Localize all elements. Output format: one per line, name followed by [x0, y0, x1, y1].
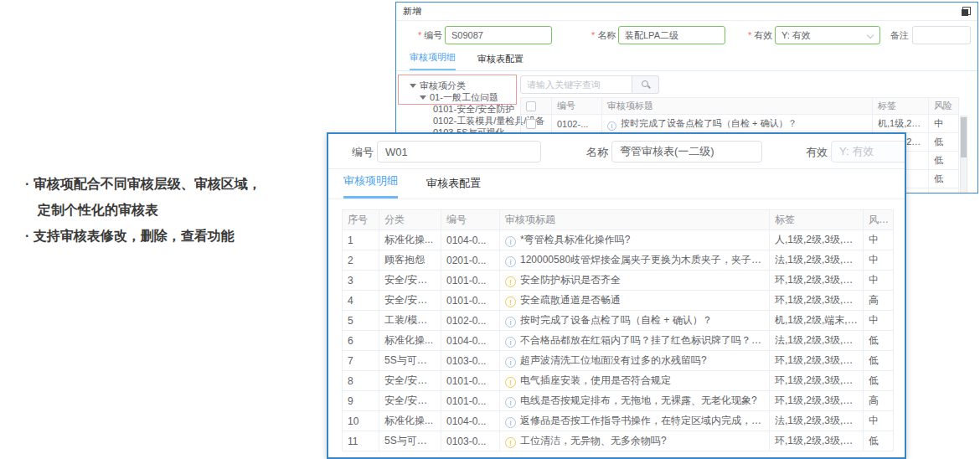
valid-label: *有效 — [748, 29, 772, 42]
cell-risk: 低 — [864, 331, 894, 351]
cell-code: 0101-0... — [441, 271, 500, 291]
cell-title: i不合格品都放在红箱内了吗？挂了红色标识牌了吗？红色标识... — [500, 331, 770, 351]
info-icon: i — [505, 236, 516, 247]
name-label: 名称 — [586, 145, 608, 160]
audit-item-title: 120000580歧管焊接金属夹子更换为木质夹子，夹子夹取时，... — [520, 254, 770, 266]
cell-risk: 高 — [864, 391, 894, 411]
tree-root[interactable]: 审核项分类 — [405, 80, 518, 91]
cell-label: 环,1级,2级,3级,4级,端末,弯... — [770, 271, 864, 291]
cell-title: !电气插座安装，使用是否符合规定 — [500, 371, 770, 391]
table-row[interactable]: 9安全/安全...0101-0...i电线是否按规定排布，无拖地，无裸露、无老化… — [343, 391, 894, 411]
chevron-down-icon — [867, 32, 874, 39]
table-row[interactable]: 5工装/模具...0102-0...i按时完成了设备点检了吗（自检 + 确认）？… — [343, 311, 894, 331]
tree-item[interactable]: 0102-工装模具/量检具/设备 — [405, 115, 518, 126]
warning-icon: ! — [505, 276, 516, 287]
info-icon: i — [505, 317, 516, 327]
tab-audit-table-config[interactable]: 审核表配置 — [426, 176, 481, 199]
info-icon: i — [607, 121, 616, 131]
cell-risk: 低 — [864, 431, 894, 451]
audit-item-title: 不合格品都放在红箱内了吗？挂了红色标识牌了吗？红色标识... — [520, 334, 770, 346]
cell-code: 0103-0... — [441, 431, 500, 451]
cell-label: 机,1级,2级,端末,弯管,焊接,... — [770, 311, 864, 331]
scrollbar-thumb[interactable] — [961, 117, 967, 157]
cell-label: 机,1级,2级,端末... — [873, 115, 929, 133]
search-input[interactable] — [520, 75, 632, 94]
scrollbar[interactable] — [960, 116, 967, 193]
name-input[interactable] — [618, 26, 725, 44]
cell-title: !安全疏散通道是否畅通 — [500, 291, 770, 311]
table-row[interactable]: 75S与可视化0103-0...i超声波清洗工位地面没有过多的水残留吗?环,1级… — [343, 351, 894, 371]
column-header-checkbox — [521, 98, 552, 115]
tree-item[interactable]: 0101-安全/安全防护 — [405, 103, 518, 115]
cell-label: 法,1级,2级,3级,4级,端末,弯... — [770, 250, 864, 271]
bullet: · — [25, 177, 29, 191]
tab-audit-item-detail[interactable]: 审核项明细 — [410, 51, 456, 70]
audit-item-title: 安全疏散通道是否畅通 — [520, 294, 621, 306]
restore-window-icon[interactable] — [961, 7, 971, 17]
table-row[interactable]: 8安全/安全...0101-0...!电气插座安装，使用是否符合规定环,1级,2… — [343, 371, 894, 391]
table-row[interactable]: 10标准化操...0104-0...i返修品是否按工作指导书操作，在特定区域内完… — [343, 411, 894, 431]
cell-seq: 7 — [343, 351, 379, 371]
remark-label: 备注 — [890, 29, 909, 42]
cell-title: !工位清洁，无异物、无多余物吗? — [500, 431, 770, 451]
cell-risk: 中 — [864, 230, 894, 250]
cell-title: i*弯管检具标准化操作吗? — [500, 230, 770, 250]
cell-risk: 低 — [929, 188, 959, 194]
code-input[interactable] — [377, 141, 541, 162]
row-checkbox[interactable] — [526, 119, 536, 129]
info-icon: i — [505, 256, 516, 267]
note-line: · 支持审核表修改，删除，查看功能 — [25, 223, 335, 249]
cell-code: 0104-0... — [441, 230, 500, 250]
cell-risk: 低 — [864, 371, 894, 391]
cell-seq: 2 — [343, 250, 379, 271]
caret-down-icon — [410, 84, 416, 88]
name-input[interactable] — [611, 141, 762, 162]
code-input[interactable] — [445, 26, 552, 44]
code-label: 编号 — [352, 145, 374, 160]
warning-icon: ! — [505, 377, 516, 388]
cell-seq: 1 — [343, 230, 379, 250]
window-titlebar: 新增 — [396, 3, 977, 21]
table-row[interactable]: 3安全/安全...0101-0...!安全防护标识是否齐全环,1级,2级,3级,… — [343, 271, 894, 291]
audit-item-title: 电线是否按规定排布，无拖地，无裸露、无老化现象? — [520, 395, 757, 406]
warning-icon: ! — [505, 437, 516, 448]
tab-audit-item-detail[interactable]: 审核项明细 — [343, 173, 398, 199]
remark-input[interactable] — [912, 26, 971, 44]
required-asterisk: * — [748, 30, 751, 40]
audit-item-title: 超声波清洗工位地面没有过多的水残留吗? — [520, 354, 707, 366]
cell-code: 0103-0... — [441, 351, 500, 371]
cell-label: 环,1级,2级,3级,4级,端末,弯... — [770, 391, 864, 411]
tree-group[interactable]: 01-一般工位问题 — [405, 91, 518, 103]
table-row[interactable]: 6标准化操...0104-0...i不合格品都放在红箱内了吗？挂了红色标识牌了吗… — [343, 331, 894, 351]
audit-item-title: 工位清洁，无异物、无多余物吗? — [520, 435, 667, 446]
audit-table-form: 编号 名称 有效 — [328, 134, 905, 169]
cell-label: 人,1级,2级,3级,4级,弯管 — [770, 230, 864, 250]
valid-select[interactable]: Y: 有效 — [775, 26, 880, 44]
audit-item-title: 安全防护标识是否齐全 — [520, 274, 621, 286]
table-row[interactable]: 0102-...i按时完成了设备点检了吗（自检 + 确认）？机,1级,2级,端末… — [521, 115, 959, 133]
search-bar — [520, 75, 659, 94]
cell-category: 安全/安全... — [379, 291, 441, 311]
note-text: 支持审核表修改，删除，查看功能 — [34, 229, 235, 243]
cell-category: 5S与可视化 — [379, 431, 441, 451]
cell-risk: 低 — [929, 170, 959, 188]
audit-item-title: 按时完成了设备点检了吗（自检 + 确认）？ — [520, 314, 713, 326]
select-all-checkbox[interactable] — [526, 101, 536, 111]
cell-risk: 中 — [864, 271, 894, 291]
tab-audit-table-config[interactable]: 审核表配置 — [477, 53, 524, 70]
info-icon: i — [505, 397, 516, 408]
column-header: 审核项标题 — [602, 98, 873, 115]
cell-risk: 低 — [929, 133, 959, 152]
table-row[interactable]: 115S与可视化0103-0...!工位清洁，无异物、无多余物吗?环,1级,2级… — [343, 431, 894, 451]
cell-risk: 低 — [864, 351, 894, 371]
category-tree: 审核项分类 01-一般工位问题 0101-安全/安全防护0102-工装模具/量检… — [405, 80, 518, 138]
cell-title: i按时完成了设备点检了吗（自检 + 确认）？ — [500, 311, 770, 331]
cell-seq: 4 — [343, 291, 379, 311]
table-row[interactable]: 1标准化操...0104-0...i*弯管检具标准化操作吗?人,1级,2级,3级… — [343, 230, 894, 250]
cell-title: i120000580歧管焊接金属夹子更换为木质夹子，夹子夹取时，... — [500, 250, 770, 271]
search-button[interactable] — [632, 75, 659, 94]
table-row[interactable]: 2顾客抱怨0201-0...i120000580歧管焊接金属夹子更换为木质夹子，… — [343, 250, 894, 271]
cell-risk: 中 — [864, 311, 894, 331]
column-header: 标签 — [873, 98, 929, 115]
table-row[interactable]: 4安全/安全...0101-0...!安全疏散通道是否畅通环,1级,2级,3级,… — [343, 291, 894, 311]
